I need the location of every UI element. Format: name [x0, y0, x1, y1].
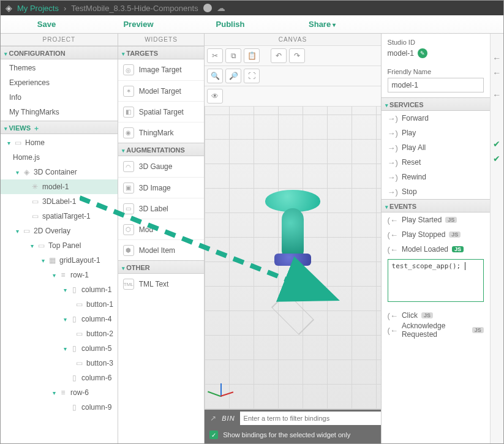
event-arrow-icon: (← — [388, 245, 398, 254]
tree-spatialtarget-1[interactable]: ▭spatialTarget-1 — [1, 209, 118, 224]
widget-tml-text[interactable]: TMLTML Text — [118, 274, 205, 295]
tree-home[interactable]: ▾▭Home — [1, 135, 118, 150]
tree-button-2[interactable]: ▭button-2 — [1, 326, 118, 341]
tree-2d-overlay[interactable]: ▾▭2D Overlay — [1, 224, 118, 238]
widget-image-target[interactable]: ◎Image Target — [118, 59, 205, 80]
js-badge-active[interactable]: JS — [452, 246, 464, 252]
tree-column-1[interactable]: ▾▯column-1 — [1, 282, 118, 297]
service-reset[interactable]: →)Reset — [382, 155, 490, 170]
gutter-arrow-ok-icon[interactable]: ✔ — [493, 154, 500, 165]
title-bar: ◈ My Projects › TestMobile_8.3.5-Hide-Co… — [1, 1, 503, 15]
widget-model[interactable]: ⬡Mod — [118, 219, 205, 239]
tree-top-panel[interactable]: ▾▭Top Panel — [1, 238, 118, 253]
config-experiences[interactable]: Experiences — [1, 75, 118, 90]
cube-icon: ◈ — [21, 167, 31, 177]
tree-model-1[interactable]: ✳model-1 — [1, 179, 118, 194]
grid-icon: ▦ — [47, 255, 57, 265]
tree-gridlayout-1[interactable]: ▾▦gridLayout-1 — [1, 253, 118, 268]
model-3d-preview[interactable] — [265, 190, 320, 266]
widgets-panel-header: WIDGETS — [118, 34, 205, 46]
thingmark-icon: ◉ — [123, 127, 134, 138]
menu-save[interactable]: Save — [1, 15, 92, 33]
gutter-arrow-icon[interactable]: ← — [492, 68, 501, 79]
properties-panel: Studio ID model-1 ✎ Friendly Name SERVIC… — [382, 34, 490, 443]
widget-model-item[interactable]: ⬢Model Item — [118, 239, 205, 260]
js-badge[interactable]: JS — [421, 312, 433, 318]
canvas-panel: CANVAS ✂ ⧉ 📋 ↶ ↷ 🔍 🔎 ⛶ 👁 — [205, 34, 381, 443]
section-events[interactable]: EVENTS — [382, 199, 490, 213]
gutter-arrow-icon[interactable]: ← — [492, 90, 501, 101]
model-target-icon: ✶ — [123, 86, 134, 97]
tool-cut[interactable]: ✂ — [207, 48, 223, 63]
widget-3d-gauge[interactable]: ◠3D Gauge — [118, 156, 205, 177]
tree-home-js[interactable]: Home.js — [1, 150, 118, 165]
event-play-started[interactable]: (←Play StartedJS — [382, 213, 490, 227]
axes-gizmo-icon[interactable] — [212, 377, 236, 402]
service-arrow


-icon: →) — [388, 173, 398, 182]
section-services[interactable]: SERVICES — [382, 97, 490, 111]
studio-id-value: model-1 — [388, 49, 414, 58]
tool-paste[interactable]: 📋 — [244, 48, 260, 63]
tree-3dlabel-1[interactable]: ▭3DLabel-1 — [1, 194, 118, 209]
menu-publish[interactable]: Publish — [184, 15, 276, 33]
service-play[interactable]: →)Play — [382, 126, 490, 140]
model-item-icon: ⬢ — [123, 245, 134, 256]
tool-zoom-out[interactable]: 🔎 — [225, 69, 241, 83]
service-stop[interactable]: →)Stop — [382, 184, 490, 199]
tree-column-9[interactable]: ▯column-9 — [1, 400, 118, 415]
friendly-name-input[interactable] — [388, 78, 484, 92]
cloud-icon[interactable]: ☁ — [217, 3, 225, 13]
service-rewind[interactable]: →)Rewind — [382, 170, 490, 184]
section-other[interactable]: OTHER — [118, 260, 205, 274]
tool-fit[interactable]: ⛶ — [244, 69, 260, 83]
service-forward[interactable]: →)Forward — [382, 111, 490, 126]
js-badge[interactable]: JS — [449, 231, 461, 238]
section-configuration[interactable]: CONFIGURATION — [1, 46, 118, 59]
tree-row-6[interactable]: ▾≡row-6 — [1, 385, 118, 400]
tree-3d-container[interactable]: ▾◈3D Container — [1, 165, 118, 179]
menu-preview[interactable]: Preview — [92, 15, 184, 33]
js-badge[interactable]: JS — [472, 327, 484, 333]
bindings-label: BIN — [222, 415, 239, 422]
tree-column-4[interactable]: ▾▯column-4 — [1, 312, 118, 326]
config-thingmarks[interactable]: My ThingMarks — [1, 105, 118, 119]
event-js-expression-input[interactable]: test_scope_app(); — [388, 259, 484, 302]
bindings-popout-icon[interactable]: ↗ — [205, 414, 222, 423]
js-badge[interactable]: JS — [445, 217, 457, 223]
widget-model-target[interactable]: ✶Model Target — [118, 80, 205, 101]
event-ack-requested[interactable]: (←Acknowledge RequestedJS — [382, 323, 490, 337]
edit-studio-id-icon[interactable]: ✎ — [418, 48, 427, 58]
menu-share[interactable]: Share — [276, 15, 368, 33]
widget-spatial-target[interactable]: ◧Spatial Target — [118, 101, 205, 122]
section-targets[interactable]: TARGETS — [118, 46, 205, 59]
section-views[interactable]: VIEWS＋ — [1, 121, 118, 134]
widget-3d-label[interactable]: ▭3D Label — [118, 198, 205, 219]
tree-button-1[interactable]: ▭button-1 — [1, 297, 118, 312]
widget-3d-image[interactable]: ▣3D Image — [118, 177, 205, 198]
event-model-loaded[interactable]: (←Model LoadedJS — [382, 242, 490, 257]
service-play-all[interactable]: →)Play All — [382, 140, 490, 155]
breadcrumb-project[interactable]: TestMobile_8.3.5-Hide-Components — [71, 4, 198, 13]
config-info[interactable]: Info — [1, 90, 118, 105]
tool-visibility[interactable]: 👁 — [207, 89, 223, 103]
widget-thingmark[interactable]: ◉ThingMark — [118, 122, 205, 143]
add-view-icon[interactable]: ＋ — [33, 124, 40, 132]
tool-zoom-in[interactable]: 🔍 — [207, 69, 223, 83]
event-click[interactable]: (←ClickJS — [382, 308, 490, 323]
section-augmentations[interactable]: AUGMENTATIONS — [118, 143, 205, 156]
gutter-arrow-icon[interactable]: ← — [492, 53, 501, 64]
tool-redo[interactable]: ↷ — [289, 48, 305, 63]
breadcrumb-root[interactable]: My Projects — [17, 4, 59, 13]
tree-column-5[interactable]: ▾▯column-5 — [1, 341, 118, 356]
canvas-3d-viewport[interactable] — [205, 107, 380, 409]
gutter-arrow-ok-icon[interactable]: ✔ — [493, 139, 500, 150]
tree-row-1[interactable]: ▾≡row-1 — [1, 268, 118, 282]
tool-undo[interactable]: ↶ — [271, 48, 287, 63]
tree-column-6[interactable]: ▯column-6 — [1, 371, 118, 385]
event-play-stopped[interactable]: (←Play StoppedJS — [382, 227, 490, 242]
tree-button-3[interactable]: ▭button-3 — [1, 356, 118, 371]
tool-copy[interactable]: ⧉ — [225, 48, 241, 63]
config-themes[interactable]: Themes — [1, 61, 118, 75]
bindings-filter-checkbox[interactable]: ✓ — [209, 431, 218, 439]
bindings-filter-input[interactable] — [240, 412, 381, 425]
